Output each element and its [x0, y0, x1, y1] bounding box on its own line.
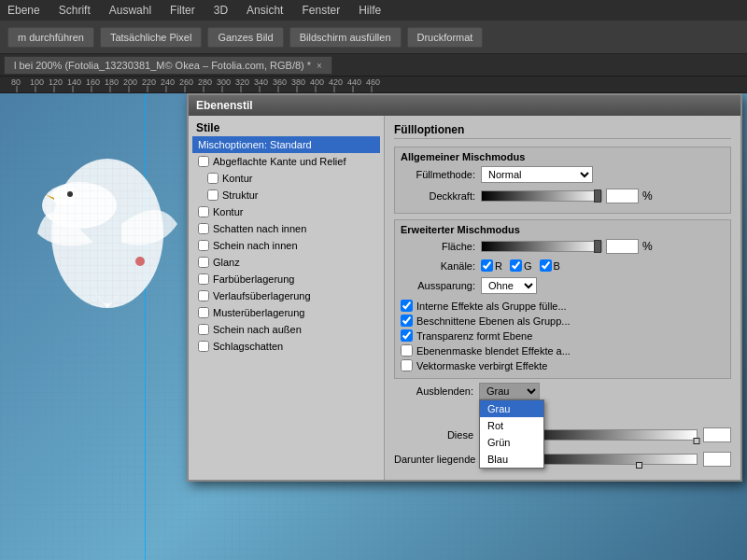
ausblenden-section: Ausblenden: Grau Grau Rot Grün Blau — [394, 383, 731, 467]
flaeche-input[interactable]: 100 — [606, 239, 639, 254]
toolbar: m durchführen Tatsächliche Pixel Ganzes … — [0, 21, 747, 54]
effect-label-4: Vektormaske verbirgt Effekte — [416, 360, 547, 371]
effect-checkbox-2[interactable] — [401, 329, 413, 342]
darunter-row: Darunter liegende 0 255 — [394, 452, 731, 467]
flaeche-row: Fläche: 100 % — [401, 239, 725, 254]
menu-fenster[interactable]: Fenster — [298, 2, 344, 19]
checkbox-r[interactable] — [481, 259, 493, 272]
checkbox-farbuberlagerung[interactable] — [198, 273, 209, 285]
effect-label-2: Transparenz formt Ebene — [416, 330, 532, 342]
ausblenden-select[interactable]: Grau — [479, 383, 540, 399]
style-item-glanz[interactable]: Glanz — [192, 254, 380, 271]
diese-row: Diese 0 255 — [394, 427, 731, 442]
dialog-title-bar[interactable]: Ebenenstil — [189, 95, 740, 116]
effect-checkboxes: Interne Effekte als Gruppe fülle...Besch… — [401, 300, 725, 371]
flaeche-slider[interactable] — [481, 241, 602, 252]
style-item-struktur[interactable]: Struktur — [192, 187, 380, 203]
darunter-right-input[interactable]: 255 — [703, 452, 731, 467]
diese-right-handle[interactable] — [694, 438, 700, 444]
checkbox-schein-aussen[interactable] — [198, 324, 209, 335]
style-item-verlaufsub[interactable]: Verlaufsüberlagerung — [192, 287, 380, 304]
toolbar-druck[interactable]: Druckformat — [407, 27, 484, 48]
dropdown-item-gruen[interactable]: Grün — [480, 434, 543, 451]
checkbox-kontur1[interactable] — [207, 173, 218, 184]
style-item-schein-aussen[interactable]: Schein nach außen — [192, 321, 380, 338]
checkbox-abgeflachte[interactable] — [198, 156, 209, 167]
channel-r-label: R — [495, 260, 502, 272]
menu-filter[interactable]: Filter — [166, 2, 199, 19]
toolbar-tatsachliche[interactable]: Tatsächliche Pixel — [100, 27, 202, 48]
dropdown-item-blau[interactable]: Blau — [480, 451, 543, 468]
document-tab[interactable]: l bei 200% (Fotolia_13230381_M© Okea – F… — [4, 56, 332, 74]
checkbox-schein-innen[interactable] — [198, 240, 209, 251]
style-item-kontur2[interactable]: Kontur — [192, 203, 380, 220]
style-label-kontur2: Kontur — [213, 206, 243, 217]
darunter-right-handle[interactable] — [636, 462, 642, 469]
style-item-farbuberlagerung[interactable]: Farbüberlagerung — [192, 271, 380, 287]
diese-right-input[interactable]: 255 — [703, 427, 731, 442]
effect-checkbox-1[interactable] — [401, 315, 413, 327]
kanaele-row: Kanäle: R G B — [401, 259, 725, 272]
deckkraft-unit: % — [642, 189, 653, 203]
toolbar-durchfuhren[interactable]: m durchführen — [7, 27, 94, 48]
effect-checkbox-row-4: Vektormaske verbirgt Effekte — [401, 359, 725, 371]
checkbox-schlagschatten[interactable] — [198, 341, 209, 352]
tabbar: l bei 200% (Fotolia_13230381_M© Okea – F… — [0, 54, 747, 77]
checkbox-musterub[interactable] — [198, 307, 209, 318]
flaeche-label: Fläche: — [401, 241, 475, 252]
style-label-schein-aussen: Schein nach außen — [213, 324, 302, 335]
style-item-musterub[interactable]: Musterüberlagerung — [192, 304, 380, 321]
deckkraft-label: Deckkraft: — [401, 190, 475, 202]
dropdown-item-rot[interactable]: Rot — [480, 417, 543, 434]
style-item-abgeflachte[interactable]: Abgeflachte Kante und Relief — [192, 153, 380, 170]
deckkraft-slider[interactable] — [481, 190, 602, 202]
effect-checkbox-4[interactable] — [401, 359, 413, 371]
allgemeiner-title: Allgemeiner Mischmodus — [401, 151, 725, 162]
deckkraft-thumb[interactable] — [594, 189, 601, 203]
menu-schrift[interactable]: Schrift — [55, 2, 94, 19]
kanaele-label: Kanäle: — [401, 260, 475, 272]
options-panel: Füllloptionen Allgemeiner Mischmodus Fül… — [385, 116, 740, 480]
menu-3d[interactable]: 3D — [210, 2, 232, 19]
effect-label-3: Ebenenmaske blendet Effekte a... — [416, 345, 571, 357]
style-item-mischoptionen[interactable]: Mischoptionen: Standard — [192, 136, 380, 153]
checkbox-b[interactable] — [540, 259, 552, 272]
checkbox-struktur[interactable] — [207, 189, 218, 201]
checkbox-kontur2[interactable] — [198, 206, 209, 217]
checkbox-g[interactable] — [510, 259, 522, 272]
menu-ebene[interactable]: Ebene — [4, 2, 44, 19]
checkbox-glanz[interactable] — [198, 257, 209, 268]
aussparung-select[interactable]: Ohne — [481, 277, 537, 294]
deckkraft-row: Deckkraft: 100 % — [401, 189, 725, 203]
menubar: Ebene Schrift Auswahl Filter 3D Ansicht … — [0, 0, 747, 21]
ruler — [0, 77, 747, 93]
flaeche-thumb[interactable] — [594, 240, 601, 253]
dialog-body: Stile Mischoptionen: StandardAbgeflachte… — [189, 116, 740, 480]
deckkraft-input[interactable]: 100 — [606, 189, 639, 203]
tab-close-button[interactable]: × — [317, 61, 322, 71]
diese-section: Diese 0 255 — [394, 427, 731, 442]
effect-checkbox-3[interactable] — [401, 344, 413, 357]
style-item-schein-innen[interactable]: Schein nach innen — [192, 237, 380, 254]
style-item-schlagschatten[interactable]: Schlagschatten — [192, 338, 380, 355]
menu-ansicht[interactable]: Ansicht — [243, 2, 287, 19]
checkbox-schatten-innen[interactable] — [198, 223, 209, 234]
toolbar-bildschirm[interactable]: Bildschirm ausfüllen — [289, 27, 402, 48]
style-item-schatten-innen[interactable]: Schatten nach innen — [192, 220, 380, 237]
channel-b-label: B — [554, 260, 560, 272]
tab-label: l bei 200% (Fotolia_13230381_M© Okea – F… — [14, 60, 311, 71]
effect-checkbox-0[interactable] — [401, 300, 413, 312]
dropdown-item-grau[interactable]: Grau — [480, 400, 543, 417]
style-item-kontur1[interactable]: Kontur — [192, 170, 380, 187]
menu-hilfe[interactable]: Hilfe — [355, 2, 385, 19]
erweiterter-title: Erweiterter Mischmodus — [401, 224, 725, 235]
aussparung-label: Aussparung: — [401, 280, 475, 291]
fullmethode-select[interactable]: Normal — [481, 166, 593, 183]
ruler-canvas — [2, 77, 747, 93]
ausblenden-label: Ausblenden: — [394, 385, 473, 397]
checkbox-verlaufsub[interactable] — [198, 290, 209, 301]
style-label-mischoptionen: Mischoptionen: Standard — [198, 139, 312, 150]
toolbar-ganzes[interactable]: Ganzes Bild — [207, 27, 283, 48]
menu-auswahl[interactable]: Auswahl — [106, 2, 155, 19]
fullmethode-row: Füllmethode: Normal — [401, 166, 725, 183]
